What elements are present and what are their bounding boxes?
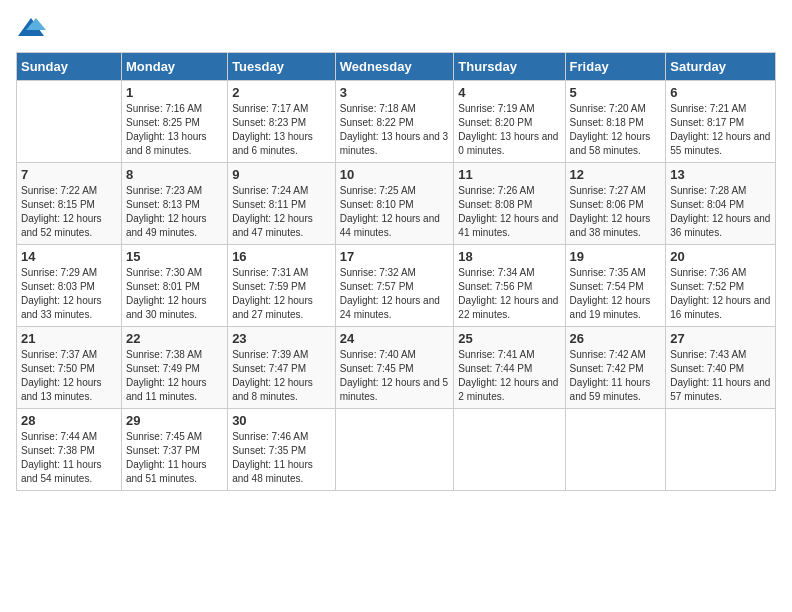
day-number: 1 bbox=[126, 85, 223, 100]
day-info: Sunrise: 7:39 AMSunset: 7:47 PMDaylight:… bbox=[232, 348, 331, 404]
calendar-cell: 21Sunrise: 7:37 AMSunset: 7:50 PMDayligh… bbox=[17, 327, 122, 409]
calendar-cell: 6Sunrise: 7:21 AMSunset: 8:17 PMDaylight… bbox=[666, 81, 776, 163]
calendar-cell: 25Sunrise: 7:41 AMSunset: 7:44 PMDayligh… bbox=[454, 327, 565, 409]
day-header-friday: Friday bbox=[565, 53, 666, 81]
day-number: 20 bbox=[670, 249, 771, 264]
day-info: Sunrise: 7:22 AMSunset: 8:15 PMDaylight:… bbox=[21, 184, 117, 240]
day-info: Sunrise: 7:43 AMSunset: 7:40 PMDaylight:… bbox=[670, 348, 771, 404]
day-number: 17 bbox=[340, 249, 450, 264]
day-number: 14 bbox=[21, 249, 117, 264]
calendar-header-row: SundayMondayTuesdayWednesdayThursdayFrid… bbox=[17, 53, 776, 81]
day-number: 19 bbox=[570, 249, 662, 264]
day-info: Sunrise: 7:41 AMSunset: 7:44 PMDaylight:… bbox=[458, 348, 560, 404]
day-info: Sunrise: 7:23 AMSunset: 8:13 PMDaylight:… bbox=[126, 184, 223, 240]
day-number: 11 bbox=[458, 167, 560, 182]
day-number: 30 bbox=[232, 413, 331, 428]
day-info: Sunrise: 7:38 AMSunset: 7:49 PMDaylight:… bbox=[126, 348, 223, 404]
calendar-cell: 4Sunrise: 7:19 AMSunset: 8:20 PMDaylight… bbox=[454, 81, 565, 163]
calendar-cell bbox=[335, 409, 454, 491]
day-number: 12 bbox=[570, 167, 662, 182]
day-number: 13 bbox=[670, 167, 771, 182]
day-number: 27 bbox=[670, 331, 771, 346]
day-info: Sunrise: 7:16 AMSunset: 8:25 PMDaylight:… bbox=[126, 102, 223, 158]
calendar-cell: 16Sunrise: 7:31 AMSunset: 7:59 PMDayligh… bbox=[228, 245, 336, 327]
calendar-cell: 8Sunrise: 7:23 AMSunset: 8:13 PMDaylight… bbox=[121, 163, 227, 245]
calendar-week-row: 1Sunrise: 7:16 AMSunset: 8:25 PMDaylight… bbox=[17, 81, 776, 163]
calendar-table: SundayMondayTuesdayWednesdayThursdayFrid… bbox=[16, 52, 776, 491]
calendar-cell bbox=[565, 409, 666, 491]
calendar-cell: 10Sunrise: 7:25 AMSunset: 8:10 PMDayligh… bbox=[335, 163, 454, 245]
calendar-cell: 2Sunrise: 7:17 AMSunset: 8:23 PMDaylight… bbox=[228, 81, 336, 163]
day-info: Sunrise: 7:21 AMSunset: 8:17 PMDaylight:… bbox=[670, 102, 771, 158]
day-number: 4 bbox=[458, 85, 560, 100]
day-number: 7 bbox=[21, 167, 117, 182]
day-number: 15 bbox=[126, 249, 223, 264]
calendar-cell: 24Sunrise: 7:40 AMSunset: 7:45 PMDayligh… bbox=[335, 327, 454, 409]
day-header-monday: Monday bbox=[121, 53, 227, 81]
calendar-cell: 19Sunrise: 7:35 AMSunset: 7:54 PMDayligh… bbox=[565, 245, 666, 327]
day-info: Sunrise: 7:25 AMSunset: 8:10 PMDaylight:… bbox=[340, 184, 450, 240]
day-number: 3 bbox=[340, 85, 450, 100]
day-info: Sunrise: 7:30 AMSunset: 8:01 PMDaylight:… bbox=[126, 266, 223, 322]
day-info: Sunrise: 7:29 AMSunset: 8:03 PMDaylight:… bbox=[21, 266, 117, 322]
day-info: Sunrise: 7:44 AMSunset: 7:38 PMDaylight:… bbox=[21, 430, 117, 486]
day-info: Sunrise: 7:42 AMSunset: 7:42 PMDaylight:… bbox=[570, 348, 662, 404]
calendar-week-row: 7Sunrise: 7:22 AMSunset: 8:15 PMDaylight… bbox=[17, 163, 776, 245]
logo bbox=[16, 16, 50, 40]
day-info: Sunrise: 7:36 AMSunset: 7:52 PMDaylight:… bbox=[670, 266, 771, 322]
logo-icon bbox=[16, 16, 46, 40]
day-info: Sunrise: 7:40 AMSunset: 7:45 PMDaylight:… bbox=[340, 348, 450, 404]
calendar-cell: 20Sunrise: 7:36 AMSunset: 7:52 PMDayligh… bbox=[666, 245, 776, 327]
day-info: Sunrise: 7:46 AMSunset: 7:35 PMDaylight:… bbox=[232, 430, 331, 486]
day-info: Sunrise: 7:20 AMSunset: 8:18 PMDaylight:… bbox=[570, 102, 662, 158]
calendar-cell: 1Sunrise: 7:16 AMSunset: 8:25 PMDaylight… bbox=[121, 81, 227, 163]
day-info: Sunrise: 7:34 AMSunset: 7:56 PMDaylight:… bbox=[458, 266, 560, 322]
day-number: 2 bbox=[232, 85, 331, 100]
calendar-cell bbox=[17, 81, 122, 163]
day-number: 29 bbox=[126, 413, 223, 428]
day-info: Sunrise: 7:27 AMSunset: 8:06 PMDaylight:… bbox=[570, 184, 662, 240]
calendar-cell: 15Sunrise: 7:30 AMSunset: 8:01 PMDayligh… bbox=[121, 245, 227, 327]
day-info: Sunrise: 7:35 AMSunset: 7:54 PMDaylight:… bbox=[570, 266, 662, 322]
day-number: 5 bbox=[570, 85, 662, 100]
day-info: Sunrise: 7:24 AMSunset: 8:11 PMDaylight:… bbox=[232, 184, 331, 240]
day-header-wednesday: Wednesday bbox=[335, 53, 454, 81]
day-info: Sunrise: 7:26 AMSunset: 8:08 PMDaylight:… bbox=[458, 184, 560, 240]
calendar-cell: 9Sunrise: 7:24 AMSunset: 8:11 PMDaylight… bbox=[228, 163, 336, 245]
day-number: 22 bbox=[126, 331, 223, 346]
calendar-cell: 7Sunrise: 7:22 AMSunset: 8:15 PMDaylight… bbox=[17, 163, 122, 245]
calendar-cell: 30Sunrise: 7:46 AMSunset: 7:35 PMDayligh… bbox=[228, 409, 336, 491]
day-info: Sunrise: 7:45 AMSunset: 7:37 PMDaylight:… bbox=[126, 430, 223, 486]
day-number: 28 bbox=[21, 413, 117, 428]
calendar-cell: 22Sunrise: 7:38 AMSunset: 7:49 PMDayligh… bbox=[121, 327, 227, 409]
day-number: 6 bbox=[670, 85, 771, 100]
day-info: Sunrise: 7:37 AMSunset: 7:50 PMDaylight:… bbox=[21, 348, 117, 404]
day-number: 26 bbox=[570, 331, 662, 346]
calendar-week-row: 21Sunrise: 7:37 AMSunset: 7:50 PMDayligh… bbox=[17, 327, 776, 409]
day-header-thursday: Thursday bbox=[454, 53, 565, 81]
day-number: 24 bbox=[340, 331, 450, 346]
day-number: 25 bbox=[458, 331, 560, 346]
day-info: Sunrise: 7:32 AMSunset: 7:57 PMDaylight:… bbox=[340, 266, 450, 322]
day-header-sunday: Sunday bbox=[17, 53, 122, 81]
day-info: Sunrise: 7:19 AMSunset: 8:20 PMDaylight:… bbox=[458, 102, 560, 158]
day-info: Sunrise: 7:31 AMSunset: 7:59 PMDaylight:… bbox=[232, 266, 331, 322]
day-number: 18 bbox=[458, 249, 560, 264]
calendar-cell bbox=[454, 409, 565, 491]
day-info: Sunrise: 7:28 AMSunset: 8:04 PMDaylight:… bbox=[670, 184, 771, 240]
calendar-week-row: 28Sunrise: 7:44 AMSunset: 7:38 PMDayligh… bbox=[17, 409, 776, 491]
calendar-cell: 5Sunrise: 7:20 AMSunset: 8:18 PMDaylight… bbox=[565, 81, 666, 163]
day-number: 9 bbox=[232, 167, 331, 182]
day-info: Sunrise: 7:17 AMSunset: 8:23 PMDaylight:… bbox=[232, 102, 331, 158]
day-number: 8 bbox=[126, 167, 223, 182]
calendar-cell: 27Sunrise: 7:43 AMSunset: 7:40 PMDayligh… bbox=[666, 327, 776, 409]
calendar-cell: 18Sunrise: 7:34 AMSunset: 7:56 PMDayligh… bbox=[454, 245, 565, 327]
calendar-cell: 23Sunrise: 7:39 AMSunset: 7:47 PMDayligh… bbox=[228, 327, 336, 409]
calendar-cell: 29Sunrise: 7:45 AMSunset: 7:37 PMDayligh… bbox=[121, 409, 227, 491]
calendar-body: 1Sunrise: 7:16 AMSunset: 8:25 PMDaylight… bbox=[17, 81, 776, 491]
day-number: 10 bbox=[340, 167, 450, 182]
calendar-cell: 12Sunrise: 7:27 AMSunset: 8:06 PMDayligh… bbox=[565, 163, 666, 245]
calendar-cell: 28Sunrise: 7:44 AMSunset: 7:38 PMDayligh… bbox=[17, 409, 122, 491]
day-header-tuesday: Tuesday bbox=[228, 53, 336, 81]
calendar-cell: 14Sunrise: 7:29 AMSunset: 8:03 PMDayligh… bbox=[17, 245, 122, 327]
